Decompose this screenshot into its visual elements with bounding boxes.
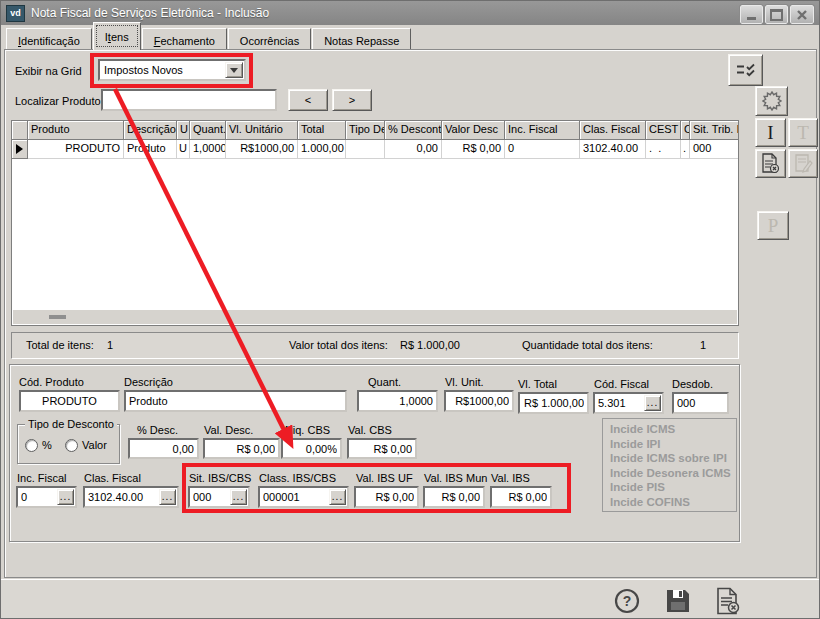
cell-cest[interactable]: . . (646, 140, 681, 159)
table-row[interactable]: PRODUTO Produto U 1,0000 R$1000,00 1.000… (12, 140, 738, 159)
sit-ibs-cbs-lookup-button[interactable]: ... (230, 489, 247, 505)
items-grid[interactable]: Produto Descrição U Quant. Vl. Unitário … (11, 120, 739, 326)
vl-unit-input[interactable] (446, 392, 512, 410)
cell-tipo-des[interactable] (346, 140, 385, 159)
tab-fechamento[interactable]: Fechamento (142, 28, 227, 50)
pct-desc-input[interactable] (130, 440, 197, 457)
save-button[interactable] (663, 586, 693, 616)
maximize-icon (770, 9, 783, 21)
cod-fiscal-field-box: ... (593, 392, 664, 414)
val-desc-input[interactable] (205, 440, 278, 457)
col-u[interactable]: U (177, 121, 190, 140)
cell-produto[interactable]: PRODUTO (28, 140, 124, 159)
cell-pct-desconto[interactable]: 0,00 (385, 140, 442, 159)
vl-total-field-box (518, 392, 589, 414)
tab-ocorrencias[interactable]: Ocorrências (228, 28, 311, 50)
minimize-button[interactable] (740, 5, 763, 24)
quant-field-box (357, 390, 438, 412)
clas-fiscal-field-box: ... (83, 486, 179, 508)
val-cbs-field-box (347, 438, 417, 459)
val-ibs-mun-input[interactable] (425, 488, 483, 506)
col-clas-fiscal[interactable]: Clas. Fiscal (580, 121, 646, 140)
close-icon (797, 10, 807, 20)
vl-total-input[interactable] (520, 394, 587, 412)
search-prev-button[interactable]: < (288, 89, 328, 111)
checklist-icon (736, 63, 756, 77)
class-ibs-cbs-lookup-button[interactable]: ... (329, 489, 346, 505)
col-inc-fiscal[interactable]: Inc. Fiscal (505, 121, 580, 140)
cell-cl[interactable]: . (681, 140, 690, 159)
svg-text:?: ? (623, 593, 632, 609)
sit-ibs-cbs-label: Sit. IBS/CBS (189, 472, 251, 484)
val-cbs-label: Val. CBS (348, 424, 392, 436)
grid-header-row: Produto Descrição U Quant. Vl. Unitário … (12, 121, 738, 140)
col-sit-trib-ibs[interactable]: Sit. Trib. IB (690, 121, 739, 140)
tab-notas-repasse[interactable]: Notas Repasse (312, 28, 411, 50)
scrollbar-thumb[interactable] (49, 315, 66, 319)
insert-item-button[interactable]: I (755, 118, 786, 147)
checklist-button[interactable] (728, 54, 763, 86)
cod-produto-label: Cód. Produto (19, 376, 84, 388)
clas-fiscal-lookup-button[interactable]: ... (159, 489, 176, 505)
cell-vl-unitario[interactable]: R$1000,00 (226, 140, 298, 159)
aliq-cbs-field-box (281, 438, 342, 459)
current-row-arrow-icon (16, 144, 23, 154)
col-descricao[interactable]: Descrição (124, 121, 177, 140)
delete-item-button[interactable] (755, 149, 786, 178)
discount-value-label: Valor (82, 439, 107, 451)
cancel-button[interactable] (713, 586, 743, 616)
combobox-dropdown-button[interactable] (225, 62, 243, 78)
search-product-input[interactable] (103, 91, 275, 109)
cell-total[interactable]: 1.000,00 (298, 140, 346, 159)
save-icon (664, 587, 692, 615)
col-tipo-des[interactable]: Tipo Des (346, 121, 385, 140)
col-vl-unitario[interactable]: Vl. Unitário (226, 121, 298, 140)
help-button[interactable]: ? (612, 586, 642, 616)
col-valor-desc[interactable]: Valor Desc (442, 121, 505, 140)
cell-valor-desc[interactable]: R$ 0,00 (442, 140, 505, 159)
grid-filter-combobox[interactable]: Impostos Novos (98, 59, 246, 81)
cell-quant[interactable]: 1,0000 (190, 140, 226, 159)
cell-clas-fiscal[interactable]: 3102.40.00 (580, 140, 646, 159)
cod-produto-input[interactable] (21, 392, 118, 410)
cod-produto-field-box (19, 390, 120, 412)
totals-bar: Total de itens: 1 Valor total dos itens:… (11, 332, 739, 359)
cell-descricao[interactable]: Produto (124, 140, 177, 159)
descricao-input[interactable] (126, 392, 345, 410)
desdob-input[interactable] (674, 394, 727, 412)
col-quant[interactable]: Quant. (190, 121, 226, 140)
col-total[interactable]: Total (298, 121, 346, 140)
col-cl[interactable]: Cl (681, 121, 690, 140)
tab-itens[interactable]: Itens (93, 22, 141, 50)
val-ibs-uf-input[interactable] (356, 488, 417, 506)
pct-desc-label: % Desc. (137, 424, 178, 436)
cell-inc-fiscal[interactable]: 0 (505, 140, 580, 159)
close-button[interactable] (790, 5, 814, 24)
cell-sit-trib-ibs[interactable]: 000 (690, 140, 739, 159)
cod-fiscal-lookup-button[interactable]: ... (644, 395, 661, 411)
total-items-label: Total de itens: (26, 339, 94, 351)
search-next-button[interactable]: > (332, 89, 372, 111)
tab-identificacao[interactable]: Identificação (6, 28, 92, 50)
val-cbs-input[interactable] (349, 440, 415, 457)
discount-percent-radio[interactable] (25, 439, 38, 452)
col-cest[interactable]: CEST (646, 121, 681, 140)
aliq-cbs-input[interactable] (283, 440, 340, 457)
row-indicator (12, 140, 28, 159)
window-title: Nota Fiscal de Serviços Eletrônica - Inc… (31, 6, 269, 20)
val-ibs-field-box (490, 486, 552, 508)
val-ibs-input[interactable] (492, 488, 550, 506)
cell-u[interactable]: U (177, 140, 190, 159)
text-button-disabled: T (788, 118, 818, 147)
discount-value-radio[interactable] (65, 439, 78, 452)
grid-horizontal-scrollbar[interactable] (13, 310, 737, 324)
seal-icon (762, 91, 782, 111)
maximize-button[interactable] (765, 5, 788, 24)
seal-button[interactable] (755, 86, 788, 116)
bottom-toolbar: ? (1, 579, 819, 619)
col-pct-desconto[interactable]: % Desconto (385, 121, 442, 140)
col-produto[interactable]: Produto (28, 121, 124, 140)
inc-fiscal-lookup-button[interactable]: ... (57, 489, 74, 505)
val-desc-label: Val. Desc. (204, 424, 253, 436)
quant-input[interactable] (359, 392, 436, 410)
